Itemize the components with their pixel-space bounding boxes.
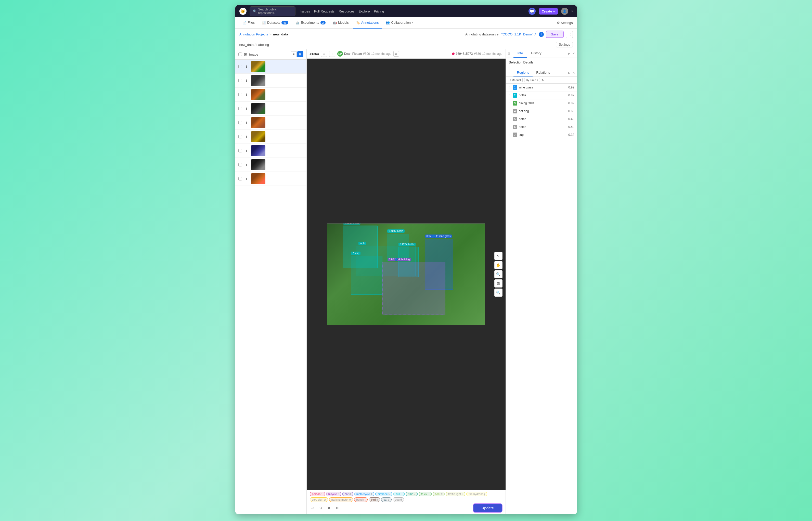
user-avatar[interactable]: 👤 <box>561 8 568 15</box>
label-tag-cat[interactable]: cat s <box>381 497 391 502</box>
image-row[interactable]: 1 <box>235 172 307 186</box>
image-row[interactable]: 1 <box>235 88 307 102</box>
label-tag-dog[interactable]: dog d <box>392 497 404 502</box>
pointer-tool[interactable]: ↖ <box>494 252 502 260</box>
regions-expand-right[interactable]: ▶ <box>567 70 571 76</box>
image-row[interactable]: 1 <box>235 158 307 172</box>
panel-close[interactable]: ✕ <box>571 51 576 56</box>
label-tag-airplane[interactable]: airplane 5 <box>375 492 392 496</box>
label-tag-train[interactable]: train 7 <box>406 492 418 496</box>
update-button[interactable]: Update <box>473 503 502 513</box>
row-checkbox[interactable] <box>239 79 242 82</box>
labeling-settings-button[interactable]: Settings <box>556 42 572 47</box>
expand-btn[interactable]: ⊞ <box>393 51 399 56</box>
nav-issues[interactable]: Issues <box>300 9 310 13</box>
image-row[interactable]: 1 <box>235 102 307 116</box>
annotation-hotdog[interactable]: 0.63 🔵 4: hot dog <box>382 262 445 315</box>
tab-annotations[interactable]: 🏷️ Annotations <box>353 17 382 28</box>
more-options-btn[interactable]: ⋮ <box>401 51 405 56</box>
nav-explore[interactable]: Explore <box>358 9 370 13</box>
region-label-wine-glass[interactable]: wine glass <box>519 86 567 89</box>
undo-button[interactable]: ↩ <box>310 505 316 511</box>
save-button[interactable]: Save <box>546 30 564 38</box>
regions-collapse-icon[interactable]: ⊞ <box>507 70 512 76</box>
image-row[interactable]: 1 <box>235 60 307 74</box>
label-tag-car[interactable]: car 3 <box>342 492 353 496</box>
tab-history[interactable]: History <box>527 49 545 58</box>
image-row[interactable]: 1 <box>235 130 307 144</box>
label-tag-bus[interactable]: bus 6 <box>393 492 404 496</box>
region-item[interactable]: ⋮ 2 bottle 0.82 <box>506 91 577 99</box>
list-view-btn[interactable]: ≡ <box>291 51 297 58</box>
image-row[interactable]: 1 <box>235 116 307 130</box>
region-label-dining-table[interactable]: dining table <box>519 101 567 105</box>
region-item[interactable]: ⋮ 4 hot dog 0.63 <box>506 107 577 115</box>
add-annotation-btn[interactable]: + <box>329 51 335 57</box>
image-row[interactable]: 1 <box>235 74 307 88</box>
tab-datasets[interactable]: 📊 Datasets 43 <box>259 17 291 28</box>
label-tag-fire-hydrant[interactable]: fire hydrant q <box>466 492 487 496</box>
zoom-in-tool[interactable]: 🔍 <box>494 270 502 278</box>
region-label-bottle-5[interactable]: bottle <box>519 117 567 121</box>
label-tag-parking-meter[interactable]: parking meter e <box>329 497 353 502</box>
label-tag-bench[interactable]: bench t <box>354 497 368 502</box>
region-item[interactable]: ⋮ 5 bottle 0.42 <box>506 115 577 123</box>
grid-view-btn[interactable]: ⊞ <box>321 51 327 57</box>
collaboration-dropdown[interactable]: ▾ <box>412 21 413 24</box>
sort-btn[interactable]: ⇅ <box>542 78 544 82</box>
region-item[interactable]: ⋮ 6 bottle 0.40 <box>506 123 577 131</box>
tab-models[interactable]: 🤖 Models <box>330 17 352 28</box>
tab-regions[interactable]: Regions <box>514 69 533 76</box>
region-item[interactable]: ⋮ 7 cup 0.32 <box>506 131 577 139</box>
row-checkbox[interactable] <box>239 107 242 110</box>
search-bar[interactable]: 🔍 Search public repositories... <box>250 6 295 16</box>
label-tag-person[interactable]: person 1 <box>310 492 325 496</box>
avatar-dropdown[interactable]: ▾ <box>571 9 573 13</box>
select-all-checkbox[interactable] <box>239 52 242 56</box>
settings-button[interactable]: ⚙ <box>334 505 340 511</box>
time-filter-btn[interactable]: By Time ↑ <box>524 78 540 82</box>
selection-tool[interactable]: ⊡ <box>494 279 502 288</box>
row-checkbox[interactable] <box>239 163 242 166</box>
row-checkbox[interactable] <box>239 177 242 180</box>
row-checkbox[interactable] <box>239 121 242 124</box>
manual-filter-btn[interactable]: ≡ Manual <box>508 78 523 82</box>
tab-collaboration[interactable]: 👥 Collaboration ▾ <box>383 17 416 28</box>
detail-view-btn[interactable]: ⊞ <box>297 51 303 58</box>
label-tag-stop-sign[interactable]: stop sign w <box>310 497 328 502</box>
tab-experiments[interactable]: 🔬 Experiments 2 <box>292 17 329 28</box>
region-label-bottle-2[interactable]: bottle <box>519 94 567 97</box>
annotation-canvas[interactable]: 0.92 🔵 1: wine glass 0.82 2: bottle tabl… <box>307 59 505 490</box>
tab-relations[interactable]: Relations <box>533 69 554 76</box>
discord-button[interactable]: 💬 <box>528 8 536 15</box>
label-tag-truck[interactable]: truck 8 <box>419 492 431 496</box>
nav-resources[interactable]: Resources <box>339 9 354 13</box>
label-tag-motorcycle[interactable]: motorcycle 4 <box>354 492 375 496</box>
tab-files[interactable]: 📄 Files <box>240 17 258 28</box>
label-tag-traffic-light[interactable]: traffic light 0 <box>446 492 466 496</box>
row-checkbox[interactable] <box>239 149 242 153</box>
panel-expand-right[interactable]: ▶ <box>567 51 571 56</box>
panel-collapse-icon[interactable]: ⊞ <box>507 51 512 56</box>
region-item[interactable]: ⋮ 1 wine glass 0.92 <box>506 84 577 91</box>
fullscreen-button[interactable]: ⛶ <box>566 31 573 38</box>
info-button[interactable]: i <box>539 32 544 37</box>
redo-button[interactable]: ↪ <box>318 505 324 511</box>
annotation-cup[interactable]: 7: cup <box>351 256 382 294</box>
label-tag-bird[interactable]: bird a <box>369 497 380 502</box>
region-label-cup[interactable]: cup <box>519 133 567 137</box>
tab-info[interactable]: Info <box>514 49 527 58</box>
image-row[interactable]: 1 <box>235 144 307 158</box>
row-checkbox[interactable] <box>239 93 242 96</box>
nav-pull-requests[interactable]: Pull Requests <box>314 9 335 13</box>
create-button[interactable]: Create + <box>539 8 558 15</box>
pan-tool[interactable]: ✋ <box>494 261 502 269</box>
row-checkbox[interactable] <box>239 65 242 68</box>
grid-icon[interactable]: ⊞ <box>244 52 247 57</box>
delete-button[interactable]: ✕ <box>326 505 332 511</box>
zoom-out-tool[interactable]: 🔍 <box>494 289 502 297</box>
nav-pricing[interactable]: Pricing <box>374 9 384 13</box>
region-item[interactable]: ⋮ 3 dining table 0.82 <box>506 99 577 107</box>
datasource-link[interactable]: "COCO_1.1K_Demo" ↗ <box>501 32 537 36</box>
settings-link[interactable]: ⚙ Settings <box>557 21 573 25</box>
